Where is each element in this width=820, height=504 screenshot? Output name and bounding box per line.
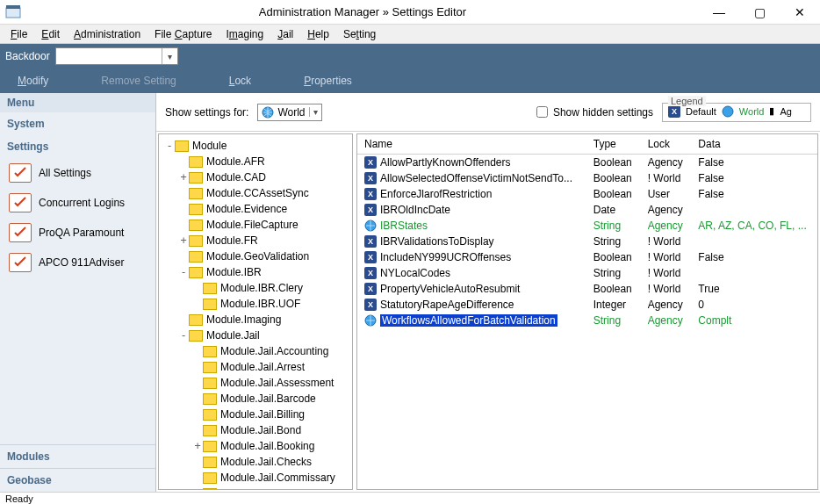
left-nav-geobase[interactable]: Geobase xyxy=(0,468,155,492)
col-data[interactable]: Data xyxy=(691,134,817,155)
tree-node[interactable]: Module.Evidence xyxy=(161,201,350,217)
col-type[interactable]: Type xyxy=(586,134,641,155)
tree-node-label: Module.Jail.Bond xyxy=(220,424,301,436)
menu-help[interactable]: Help xyxy=(302,28,334,40)
left-nav-system[interactable]: System xyxy=(0,112,155,135)
setting-type: Boolean xyxy=(586,170,641,186)
setting-lock: ! World xyxy=(641,281,692,297)
left-nav-modules[interactable]: Modules xyxy=(0,444,155,468)
tree-node[interactable]: Module.Jail.Commissary xyxy=(161,470,350,486)
expand-icon[interactable]: + xyxy=(192,440,203,452)
setting-data: False xyxy=(691,249,817,265)
menu-jail[interactable]: Jail xyxy=(272,28,299,40)
folder-icon xyxy=(203,472,217,484)
left-nav-item[interactable]: All Settings xyxy=(0,158,155,188)
show-hidden-input[interactable] xyxy=(536,106,548,118)
setting-lock: Agency xyxy=(641,155,692,171)
menu-file[interactable]: File xyxy=(5,28,32,40)
remove-setting-action[interactable]: Remove Setting xyxy=(101,75,176,87)
nav-item-icon xyxy=(9,223,32,242)
tree-node[interactable]: Module.GeoValidation xyxy=(161,248,350,264)
folder-icon xyxy=(203,409,217,421)
tree-node-label: Module.Jail.Arrest xyxy=(220,361,305,373)
maximize-button[interactable]: ▢ xyxy=(739,0,780,25)
settings-table-panel[interactable]: Name Type Lock Data XAllowPartlyKnownOff… xyxy=(356,133,818,490)
tree-node[interactable]: Module.IBR.Clery xyxy=(161,280,350,296)
menu-setting[interactable]: Setting xyxy=(338,28,381,40)
backdoor-combo[interactable]: ▾ xyxy=(55,47,178,65)
left-nav-item[interactable]: APCO 911Adviser xyxy=(0,248,155,277)
tree-node[interactable]: -Module xyxy=(161,138,350,154)
menu-bar: File Edit Administration File Capture Im… xyxy=(0,25,820,44)
tree-node[interactable]: -Module.IBR xyxy=(161,264,350,280)
menu-edit[interactable]: Edit xyxy=(36,28,65,40)
globe-icon xyxy=(364,314,377,327)
tree-node-label: Module.CCAssetSync xyxy=(206,187,309,199)
menu-administration[interactable]: Administration xyxy=(68,28,146,40)
module-tree-panel[interactable]: -ModuleModule.AFR+Module.CADModule.CCAss… xyxy=(158,133,353,490)
table-row[interactable]: XStatutoryRapeAgeDifferenceIntegerAgency… xyxy=(357,297,817,313)
tree-node[interactable]: Module.Jail.Discipline xyxy=(161,486,350,490)
setting-name: PropertyVehicleAutoResubmit xyxy=(380,283,520,295)
table-row[interactable]: XAllowPartlyKnownOffendersBooleanAgencyF… xyxy=(357,155,817,171)
table-row[interactable]: WorkflowsAllowedForBatchValidationString… xyxy=(357,313,817,328)
setting-type: Boolean xyxy=(586,155,641,171)
tree-node[interactable]: Module.Imaging xyxy=(161,312,350,328)
globe-icon xyxy=(722,105,734,118)
col-name[interactable]: Name xyxy=(357,134,586,155)
menu-file-capture[interactable]: File Capture xyxy=(149,28,217,40)
table-row[interactable]: IBRStatesStringAgencyAR, AZ, CA, CO, FL,… xyxy=(357,218,817,234)
tree-node[interactable]: Module.Jail.Billing xyxy=(161,407,350,422)
tree-node[interactable]: Module.IBR.UOF xyxy=(161,296,350,312)
left-nav-item[interactable]: ProQA Paramount xyxy=(0,218,155,248)
legend-world: World xyxy=(739,106,765,117)
table-row[interactable]: XNYLocalCodesString! World xyxy=(357,265,817,281)
expand-icon[interactable]: + xyxy=(178,171,189,184)
menu-imaging[interactable]: Imaging xyxy=(220,28,269,40)
tree-node-label: Module.Jail.Accounting xyxy=(220,345,328,357)
tree-node[interactable]: Module.FileCapture xyxy=(161,217,350,233)
table-row[interactable]: XIBROldIncDateDateAgency xyxy=(357,202,817,218)
left-nav-settings[interactable]: Settings xyxy=(0,135,155,158)
tree-node-label: Module.FR xyxy=(206,234,258,247)
tree-node[interactable]: Module.CCAssetSync xyxy=(161,185,350,201)
tree-node[interactable]: Module.AFR xyxy=(161,154,350,169)
tree-node[interactable]: -Module.Jail xyxy=(161,328,350,343)
tree-node-label: Module.Jail.Assessment xyxy=(220,377,334,389)
tree-node[interactable]: Module.Jail.Barcode xyxy=(161,391,350,407)
tree-node[interactable]: +Module.Jail.Booking xyxy=(161,438,350,454)
settings-top-row: Show settings for: World ▾ Show hidden s… xyxy=(156,93,820,132)
tree-node[interactable]: +Module.CAD xyxy=(161,169,350,185)
collapse-icon[interactable]: - xyxy=(178,329,189,342)
left-nav-item[interactable]: Concurrent Logins xyxy=(0,188,155,218)
modify-action[interactable]: Modify xyxy=(18,75,48,87)
tree-node[interactable]: Module.Jail.Assessment xyxy=(161,375,350,391)
table-row[interactable]: XPropertyVehicleAutoResubmitBoolean! Wor… xyxy=(357,281,817,297)
tree-node[interactable]: +Module.FR xyxy=(161,233,350,248)
properties-action[interactable]: Properties xyxy=(304,75,352,87)
show-hidden-checkbox[interactable]: Show hidden settings xyxy=(536,106,653,119)
tree-node[interactable]: Module.Jail.Checks xyxy=(161,454,350,470)
lock-action[interactable]: Lock xyxy=(229,75,251,87)
setting-type: Boolean xyxy=(586,281,641,297)
folder-icon xyxy=(203,378,217,389)
col-lock[interactable]: Lock xyxy=(641,134,692,155)
default-icon: X xyxy=(364,283,377,295)
collapse-icon[interactable]: - xyxy=(178,266,189,278)
setting-name: IBRValidationsToDisplay xyxy=(380,235,494,248)
tree-node[interactable]: Module.Jail.Accounting xyxy=(161,343,350,359)
minimize-button[interactable]: — xyxy=(699,0,739,25)
tree-node[interactable]: Module.Jail.Arrest xyxy=(161,359,350,375)
table-row[interactable]: XEnforceJlarofRestrictionBooleanUserFals… xyxy=(357,186,817,202)
table-row[interactable]: XIBRValidationsToDisplayString! World xyxy=(357,234,817,249)
settings-action-bar: Modify Remove Setting Lock Properties xyxy=(0,68,820,93)
expand-icon[interactable]: + xyxy=(178,234,189,247)
scope-combo[interactable]: World ▾ xyxy=(257,104,321,121)
folder-icon xyxy=(189,330,203,342)
table-row[interactable]: XAllowSelectedOffenseVictimNotSendTo...B… xyxy=(357,170,817,186)
tree-node[interactable]: Module.Jail.Bond xyxy=(161,422,350,438)
close-button[interactable]: ✕ xyxy=(780,0,820,25)
collapse-icon[interactable]: - xyxy=(164,140,175,152)
table-row[interactable]: XIncludeNY999UCROffensesBoolean! WorldFa… xyxy=(357,249,817,265)
folder-icon xyxy=(203,346,217,357)
